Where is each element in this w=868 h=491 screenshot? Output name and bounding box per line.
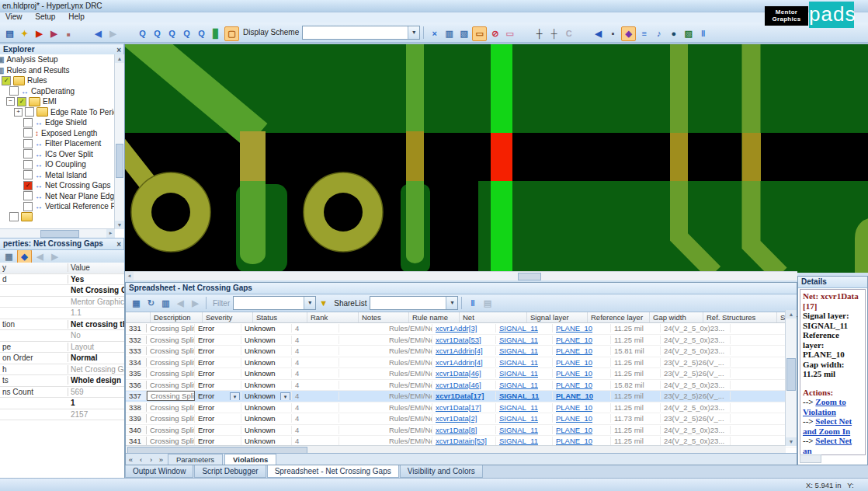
col-description[interactable]: Description — [151, 312, 203, 322]
tree-item-edge-rate-to-period[interactable]: + Edge Rate To Period — [0, 107, 115, 118]
chart-icon[interactable]: ▨ — [682, 27, 695, 40]
back-icon[interactable]: ◀ — [92, 27, 105, 40]
reference-layer-link[interactable]: PLANE_10 — [556, 336, 592, 344]
reference-layer-link[interactable]: PLANE_10 — [556, 381, 592, 389]
property-row[interactable]: d Yes — [0, 274, 124, 286]
close-icon[interactable]: × — [116, 239, 121, 249]
grid-view-icon[interactable]: ▦ — [2, 250, 16, 263]
copy-grid-icon[interactable]: ▥ — [159, 297, 172, 310]
filter-funnel-icon[interactable]: ▼ — [317, 297, 330, 310]
violation-row[interactable]: 336 Crossing Split Error▾ Unknown▾ 4 Rul… — [126, 380, 797, 392]
net-link[interactable]: xcvr1Datain[53] — [436, 437, 487, 445]
measure-angle-icon[interactable]: ┼ — [547, 27, 561, 40]
tree-item-rules[interactable]: ✓ Rules — [0, 75, 115, 86]
scrollbar-thumb[interactable] — [116, 144, 123, 178]
tab-output-window[interactable]: Output Window — [125, 465, 193, 478]
reference-layer-link[interactable]: PLANE_10 — [556, 426, 592, 434]
checkbox-icon[interactable] — [23, 170, 33, 179]
violation-row[interactable]: 335 Crossing Split Error▾ Unknown▾ 4 Rul… — [126, 368, 797, 380]
label-icon[interactable]: ▭ — [503, 27, 516, 40]
net-link[interactable]: xcvr1Data[46] — [436, 369, 481, 378]
last-sheet-icon[interactable]: » — [156, 454, 166, 465]
filter-select[interactable]: ▾ — [233, 296, 316, 310]
tree-item-edge-shield[interactable]: ↔ Edge Shield — [0, 117, 115, 128]
signal-layer-link[interactable]: SIGNAL_11 — [499, 392, 539, 400]
signal-layer-link[interactable]: SIGNAL_11 — [499, 437, 538, 445]
tree-item-partial[interactable] — [0, 212, 115, 223]
property-row[interactable]: Mentor Graphics Corp. — [0, 297, 124, 308]
checkbox-icon[interactable] — [23, 139, 33, 148]
paste-view-icon[interactable]: ▧ — [457, 27, 470, 40]
pause-icon[interactable]: ‖ — [696, 27, 710, 40]
copy-view-icon[interactable]: ▥ — [443, 27, 456, 40]
property-row[interactable]: ts Whole design — [0, 375, 124, 387]
run-icon[interactable]: ▶ — [33, 27, 46, 40]
cross-probe-icon[interactable]: × — [428, 27, 441, 40]
zoom-window-icon[interactable]: Q — [165, 27, 179, 40]
violation-row[interactable]: 339 Crossing Split Error▾ Unknown▾ 4 Rul… — [126, 413, 797, 425]
violation-row[interactable]: 331 Crossing Split Error▾ Unknown▾ 4 Rul… — [126, 323, 797, 335]
reference-layer-link[interactable]: PLANE_10 — [556, 369, 592, 378]
separator[interactable] — [577, 23, 590, 37]
menu-help[interactable]: Help — [63, 12, 90, 21]
scroll-down-icon[interactable]: ▼ — [786, 437, 797, 446]
separator[interactable] — [518, 23, 531, 37]
back-icon[interactable]: ◀ — [33, 250, 47, 263]
col-ref-structures[interactable]: Ref. Structures — [703, 312, 777, 322]
col-status[interactable]: Status — [253, 312, 307, 322]
property-row[interactable]: Net Crossing Gaps — [0, 285, 124, 297]
menu-view[interactable]: View — [0, 12, 28, 21]
checkbox-checked-icon[interactable]: ✓ — [17, 97, 26, 106]
measure-icon[interactable]: ┼ — [533, 27, 546, 40]
col-net[interactable]: Net — [460, 312, 527, 322]
scroll-up-icon[interactable]: ▲ — [786, 310, 797, 319]
tab-parameters[interactable]: Parameters — [168, 454, 223, 465]
chevron-down-icon[interactable]: ▾ — [230, 392, 240, 400]
violation-row[interactable]: 332 Crossing Split Error▾ Unknown▾ 4 Rul… — [126, 335, 797, 346]
net-link[interactable]: xcvr1Data[46] — [436, 381, 481, 389]
tree-item-analysis-setup[interactable]: ▣ Analysis Setup — [0, 54, 115, 65]
details-scrollbar[interactable] — [800, 454, 821, 463]
zoom-out-icon[interactable]: Q — [151, 27, 164, 40]
reference-layer-link[interactable]: PLANE_10 — [556, 346, 592, 355]
chevron-down-icon[interactable]: ▾ — [408, 26, 419, 39]
violation-row[interactable]: 340 Crossing Split Error▾ Unknown▾ 4 Rul… — [126, 425, 797, 437]
signal-layer-link[interactable]: SIGNAL_11 — [499, 346, 538, 355]
net-link[interactable]: xcvr1Data[17] — [436, 392, 484, 400]
violation-row[interactable]: 338 Crossing Split Error▾ Unknown▾ 4 Rul… — [126, 402, 797, 414]
violation-row[interactable]: 337 Crossing Split Error▾ Unknown▾ 4 Rul… — [126, 391, 797, 402]
checkbox-icon[interactable] — [23, 202, 33, 211]
board-view-icon[interactable]: ▢ — [224, 26, 239, 41]
select-icon[interactable]: ◀ — [592, 27, 605, 40]
reference-layer-link[interactable]: PLANE_10 — [556, 403, 592, 412]
property-row[interactable]: ns Count 569 — [0, 387, 124, 399]
checkbox-icon[interactable] — [23, 191, 33, 200]
separator[interactable] — [121, 23, 134, 37]
expand-icon[interactable]: + — [14, 108, 23, 117]
reference-layer-link[interactable]: PLANE_10 — [556, 358, 592, 367]
net-link[interactable]: xcvr1Data[2] — [436, 414, 477, 423]
checkbox-icon[interactable] — [9, 212, 19, 221]
property-row[interactable]: 1 — [0, 398, 124, 409]
checkbox-icon[interactable] — [23, 149, 33, 158]
chevron-down-icon[interactable]: ▾ — [446, 297, 457, 309]
explorer-horizontal-scrollbar[interactable]: ▸ — [0, 228, 115, 238]
tree-item-metal-island[interactable]: ↔ Metal Island — [0, 170, 115, 181]
signal-layer-link[interactable]: SIGNAL_11 — [499, 381, 538, 389]
next-sheet-icon[interactable]: › — [146, 454, 156, 465]
back-icon[interactable]: ◀ — [174, 297, 187, 310]
forward-icon[interactable]: ▶ — [106, 27, 120, 40]
checkbox-icon[interactable] — [25, 107, 34, 117]
tab-visibility-and-colors[interactable]: Visibility and Colors — [400, 465, 483, 478]
scrollbar-thumb[interactable] — [40, 230, 79, 238]
spreadsheet-vertical-scrollbar[interactable]: ▲ ▼ — [785, 310, 797, 446]
menu-setup[interactable]: Setup — [30, 12, 61, 21]
pcb-canvas[interactable]: ◂ — [125, 44, 868, 280]
tree-item-exposed-length[interactable]: ↕ Exposed Length — [0, 128, 115, 139]
scroll-down-icon[interactable]: ▼ — [115, 221, 124, 229]
tree-item-emi[interactable]: − ✓ EMI — [0, 96, 115, 107]
reference-layer-link[interactable]: PLANE_10 — [556, 392, 593, 400]
net-link[interactable]: xcvr1Data[8] — [436, 426, 477, 434]
property-row[interactable]: 2157 — [0, 409, 124, 421]
tree-item-rules-and-results[interactable]: ▥ Rules and Results — [0, 65, 115, 76]
